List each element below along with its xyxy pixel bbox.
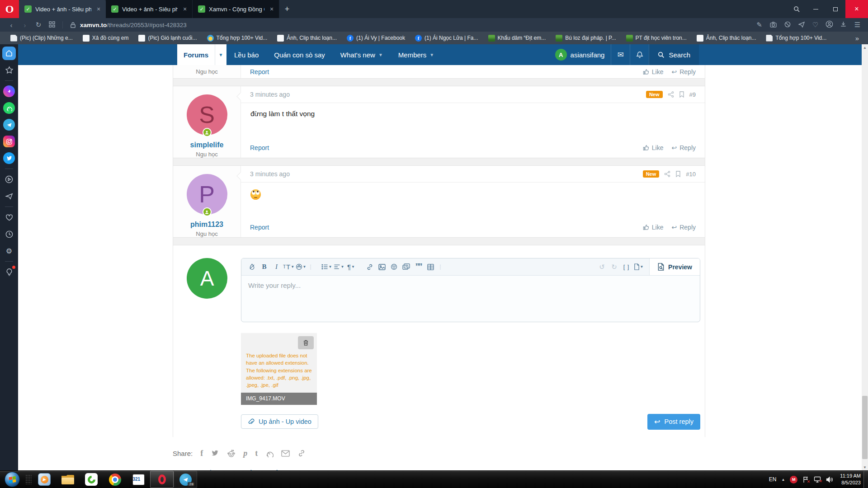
- bookmark-item[interactable]: PT địt học viên tron...: [622, 33, 691, 43]
- quote-icon[interactable]: ””: [412, 261, 425, 273]
- bookmark-item[interactable]: Ảnh, Clip thác loạn...: [273, 33, 341, 43]
- like-button[interactable]: Like: [643, 144, 664, 151]
- account-menu[interactable]: A asiansifang: [549, 44, 611, 65]
- share-pinterest-icon[interactable]: p: [243, 449, 247, 458]
- instagram-icon[interactable]: [2, 135, 16, 148]
- breadcrumb-link[interactable]: XAM Entertainment: [173, 469, 230, 470]
- like-button[interactable]: Like: [643, 224, 664, 231]
- bookmark-item[interactable]: Tổng hợp 100+ Vid...: [762, 33, 830, 43]
- search-button[interactable]: Search: [649, 44, 699, 65]
- insert-table-icon[interactable]: [425, 261, 437, 273]
- insert-media-icon[interactable]: [400, 261, 412, 273]
- taskbar-mpc-icon[interactable]: 321: [127, 471, 150, 488]
- report-link[interactable]: Report: [250, 144, 269, 151]
- send-icon[interactable]: [2, 189, 16, 203]
- back-icon[interactable]: ‹: [5, 21, 18, 29]
- taskbar-telegram-icon[interactable]: .28: [174, 471, 197, 488]
- font-size-icon[interactable]: TT▼: [283, 261, 295, 273]
- text-color-icon[interactable]: ▼: [295, 261, 307, 273]
- bookmark-item[interactable]: Ảnh, Clip thác loạn...: [693, 33, 760, 43]
- post-reply-button[interactable]: ↩ Post reply: [647, 414, 700, 430]
- share-icon[interactable]: [664, 171, 670, 177]
- bookmark-item[interactable]: (Pic) (Clip) Những e...: [6, 33, 77, 43]
- page-scrollbar[interactable]: ▲ ▼: [862, 44, 868, 470]
- history-clock-icon[interactable]: [2, 227, 16, 241]
- opera-logo-icon[interactable]: O: [0, 0, 19, 18]
- paragraph-icon[interactable]: ¶▼: [345, 261, 357, 273]
- insert-link-icon[interactable]: [363, 261, 376, 273]
- post-time-link[interactable]: 3 minutes ago: [250, 170, 290, 178]
- share-tumblr-icon[interactable]: t: [255, 449, 258, 458]
- share-facebook-icon[interactable]: f: [200, 449, 203, 458]
- inbox-envelope-icon[interactable]: ✉: [611, 44, 630, 65]
- browser-tab-1[interactable]: ✓ Video + ảnh - Siêu phẩm M ×: [19, 0, 106, 18]
- bookmark-icon[interactable]: [675, 171, 681, 177]
- twitter-icon[interactable]: [2, 151, 16, 165]
- tab-search-icon[interactable]: [788, 0, 806, 18]
- preview-button[interactable]: Preview: [649, 258, 700, 275]
- taskbar-wmp-icon[interactable]: ▶: [33, 471, 56, 488]
- post-number-link[interactable]: #10: [686, 171, 696, 178]
- taskbar-opera-icon[interactable]: [150, 471, 174, 488]
- italic-icon[interactable]: I: [270, 261, 283, 273]
- my-flow-plane-icon[interactable]: [795, 21, 807, 29]
- bookmark-item[interactable]: f(1) Ái Ngọc Lửa | Fa...: [411, 33, 482, 43]
- window-maximize-button[interactable]: [826, 0, 845, 18]
- breadcrumb-link-current[interactable]: Quán con sò say: [240, 469, 292, 470]
- post-time-link[interactable]: 3 minutes ago: [250, 91, 290, 98]
- profile-icon[interactable]: [823, 20, 835, 29]
- drafts-icon[interactable]: ▼: [632, 261, 645, 273]
- list-icon[interactable]: ▼: [321, 261, 333, 273]
- align-icon[interactable]: ▼: [333, 261, 345, 273]
- bookmark-icon[interactable]: [679, 91, 684, 98]
- share-reddit-icon[interactable]: [227, 450, 236, 457]
- star-icon[interactable]: [2, 63, 16, 77]
- tab-close-icon[interactable]: ×: [268, 5, 275, 13]
- forward-icon[interactable]: ›: [18, 21, 32, 29]
- nav-item-whats-new[interactable]: What's new▼: [333, 44, 391, 65]
- telegram-icon[interactable]: [2, 118, 16, 131]
- reload-icon[interactable]: ↻: [32, 21, 45, 29]
- browser-tab-2[interactable]: ✓ Video + ảnh - Siêu phẩm M ×: [106, 0, 193, 18]
- network-tray-icon[interactable]: ✕: [814, 476, 821, 483]
- share-icon[interactable]: [668, 91, 674, 98]
- username-link[interactable]: simplelife: [190, 141, 224, 149]
- action-center-flag-icon[interactable]: ✕: [802, 476, 809, 483]
- bookmark-heart-icon[interactable]: ♡: [809, 21, 821, 29]
- bookmark-item[interactable]: Xả đồ cùng em: [79, 33, 133, 43]
- avatar[interactable]: A: [187, 258, 227, 299]
- window-minimize-button[interactable]: [806, 0, 826, 18]
- report-link[interactable]: Report: [250, 224, 269, 231]
- like-button[interactable]: Like: [643, 68, 664, 75]
- username-link[interactable]: phim1123: [190, 221, 223, 229]
- workspace-home-icon[interactable]: [2, 47, 16, 60]
- speed-dial-grid-icon[interactable]: [45, 21, 59, 29]
- bookmark-item[interactable]: Bú loz đại pháp. | P...: [552, 33, 620, 43]
- tips-bulb-icon[interactable]: [2, 265, 16, 279]
- nav-item-quan-con-so-say[interactable]: Quán con sò say: [266, 44, 333, 65]
- nav-item-members[interactable]: Members▼: [391, 44, 442, 65]
- delete-attachment-button[interactable]: [298, 336, 314, 349]
- avatar[interactable]: P: [187, 174, 227, 215]
- remove-format-icon[interactable]: [246, 261, 258, 273]
- heart-icon[interactable]: [2, 211, 16, 224]
- bbcode-brackets-icon[interactable]: [ ]: [620, 261, 632, 273]
- bookmarks-overflow-chevron[interactable]: »: [853, 34, 862, 42]
- bookmark-item[interactable]: Tổng hợp 100+ Vid...: [203, 33, 272, 43]
- taskbar-coccoc-icon[interactable]: [80, 471, 103, 488]
- adblock-shield-icon[interactable]: [781, 21, 793, 29]
- insert-image-icon[interactable]: [376, 261, 388, 273]
- start-button[interactable]: [0, 471, 24, 488]
- scroll-up-arrow[interactable]: ▲: [862, 44, 868, 51]
- post-number-link[interactable]: #9: [689, 91, 696, 98]
- share-twitter-icon[interactable]: [211, 450, 219, 457]
- scroll-down-arrow[interactable]: ▼: [862, 464, 868, 470]
- alerts-bell-icon[interactable]: [630, 44, 649, 65]
- taskbar-clock[interactable]: 11:19 AM 8/5/2023: [838, 473, 861, 486]
- tab-close-icon[interactable]: ×: [95, 5, 102, 13]
- taskbar-explorer-icon[interactable]: [56, 471, 80, 488]
- new-tab-button[interactable]: +: [279, 0, 295, 18]
- settings-gear-icon[interactable]: ⚙: [2, 244, 16, 258]
- more-options-icon[interactable]: ⋮: [437, 263, 444, 270]
- language-indicator[interactable]: EN: [769, 476, 777, 483]
